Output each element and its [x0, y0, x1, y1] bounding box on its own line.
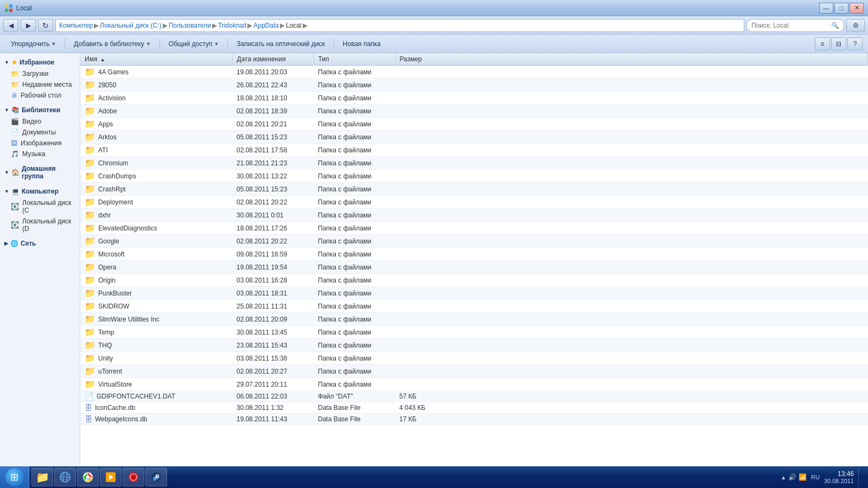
back-button[interactable]: ◀ — [3, 19, 18, 32]
address-path[interactable]: Компьютер ▶ Локальный диск (C:) ▶ Пользо… — [55, 19, 744, 32]
start-button[interactable]: ⊞ — [0, 466, 29, 488]
file-modified-cell: 09.08.2011 16:59 — [232, 248, 314, 261]
table-row[interactable]: 📁 Origin 03.08.2011 16:28 Папка с файлам… — [80, 274, 868, 287]
table-row[interactable]: 📁 Adobe 02.08.2011 18:39 Папка с файлами — [80, 105, 868, 118]
share-button[interactable]: Общий доступ ▼ — [163, 37, 225, 51]
file-size-cell: 57 КБ — [395, 391, 868, 402]
sidebar-item-desktop[interactable]: 🖥 Рабочий стол — [0, 90, 80, 101]
file-size-cell — [395, 118, 868, 131]
folder-icon: 📁 — [85, 327, 95, 337]
taskbar-opera[interactable] — [123, 468, 144, 486]
sidebar-item-drive-c[interactable]: 💽 Локальный диск (C — [0, 197, 80, 216]
table-row[interactable]: 📁 VirtualStore 29.07.2011 20:11 Папка с … — [80, 378, 868, 391]
path-appdata[interactable]: AppData — [253, 22, 279, 29]
table-row[interactable]: 📁 Apps 02.08.2011 20:21 Папка с файлами — [80, 118, 868, 131]
taskbar-ie[interactable] — [54, 468, 76, 486]
file-modified-cell: 03.08.2011 15:38 — [232, 352, 314, 365]
file-modified-cell: 02.08.2011 20:22 — [232, 235, 314, 248]
taskbar-explorer[interactable]: 📁 — [31, 468, 53, 486]
path-computer[interactable]: Компьютер — [59, 22, 93, 29]
maximize-button[interactable]: □ — [834, 3, 848, 14]
refresh-button[interactable]: ↻ — [38, 19, 53, 32]
path-user[interactable]: Tridoknait — [218, 22, 246, 29]
table-row[interactable]: 🗄 WebpageIcons.db 19.08.2011 11:43 Data … — [80, 414, 868, 425]
sidebar-item-images[interactable]: 🖼 Изображения — [0, 138, 80, 149]
close-button[interactable]: ✕ — [850, 3, 864, 14]
column-type[interactable]: Тип — [314, 53, 395, 66]
sidebar-section-network[interactable]: ▶ 🌐 Сеть — [0, 237, 80, 249]
path-drive[interactable]: Локальный диск (C:) — [100, 22, 162, 29]
file-name: GDIPFONTCACHEV1.DAT — [97, 393, 175, 400]
table-row[interactable]: 📁 CrashRpt 05.08.2011 15:23 Папка с файл… — [80, 183, 868, 196]
clock-date: 30.08.2011 — [824, 478, 854, 484]
table-row[interactable]: 📁 THQ 23.08.2011 15:43 Папка с файлами — [80, 339, 868, 352]
file-name: THQ — [98, 342, 112, 349]
table-row[interactable]: 📁 ElevatedDiagnostics 18.08.2011 17:26 П… — [80, 222, 868, 235]
column-size[interactable]: Размер — [395, 53, 868, 66]
table-row[interactable]: 📁 ATI 02.08.2011 17:58 Папка с файлами — [80, 144, 868, 157]
sidebar-item-downloads[interactable]: 📁 Загрузки — [0, 68, 80, 79]
sidebar-section-favorites[interactable]: ▼ ★ Избранное — [0, 56, 80, 68]
organize-label: Упорядочить — [11, 40, 49, 48]
path-local[interactable]: Local — [286, 22, 302, 29]
new-folder-label: Новая папка — [343, 40, 381, 48]
taskbar-media[interactable] — [100, 468, 122, 486]
table-row[interactable]: 📁 Unity 03.08.2011 15:38 Папка с файлами — [80, 352, 868, 365]
taskbar-chrome[interactable] — [77, 468, 99, 486]
add-library-button[interactable]: Добавить в библиотеку ▼ — [68, 37, 156, 51]
table-row[interactable]: 📁 Deployment 02.08.2011 20:22 Папка с фа… — [80, 196, 868, 209]
new-folder-button[interactable]: Новая папка — [337, 37, 386, 51]
file-type-cell: Файл "DAT" — [314, 391, 395, 402]
file-name: 4A Games — [98, 68, 129, 76]
burn-button[interactable]: Записать на оптический диск — [231, 37, 330, 51]
sidebar-section-computer[interactable]: ▼ 💻 Компьютер — [0, 185, 80, 197]
tray-arrow[interactable]: ▲ — [781, 474, 786, 480]
sidebar-section-libraries[interactable]: ▼ 📚 Библиотеки — [0, 104, 80, 116]
help-button[interactable]: ? — [847, 37, 863, 50]
organize-button[interactable]: Упорядочить ▼ — [5, 37, 61, 51]
file-type-cell: Папка с файлами — [314, 326, 395, 339]
table-row[interactable]: 📁 CrashDumps 30.08.2011 13:22 Папка с фа… — [80, 170, 868, 183]
file-name: WebpageIcons.db — [95, 415, 148, 423]
table-row[interactable]: 📁 PunkBuster 03.08.2011 18:31 Папка с фа… — [80, 287, 868, 300]
sidebar-item-music[interactable]: 🎵 Музыка — [0, 149, 80, 159]
table-row[interactable]: 📁 Temp 30.08.2011 13:45 Папка с файлами — [80, 326, 868, 339]
table-row[interactable]: 📁 Google 02.08.2011 20:22 Папка с файлам… — [80, 235, 868, 248]
show-desktop-button[interactable] — [858, 468, 863, 486]
table-row[interactable]: 📁 Opera 19.08.2011 19:54 Папка с файлами — [80, 261, 868, 274]
table-row[interactable]: 📁 dxhr 30.08.2011 0:01 Папка с файлами — [80, 209, 868, 222]
taskbar-clock[interactable]: 13:46 30.08.2011 — [824, 470, 854, 484]
table-row[interactable]: 📁 Microsoft 09.08.2011 16:59 Папка с фай… — [80, 248, 868, 261]
view-toggle-button[interactable]: ≡ — [815, 37, 830, 50]
search-input[interactable] — [751, 22, 827, 29]
preview-button[interactable]: ⊟ — [831, 37, 846, 50]
file-modified-cell: 06.08.2011 22:03 — [232, 391, 314, 402]
table-row[interactable]: 📁 4A Games 19.08.2011 20:03 Папка с файл… — [80, 66, 868, 79]
file-type-cell: Папка с файлами — [314, 287, 395, 300]
file-type-cell: Папка с файлами — [314, 157, 395, 170]
forward-button[interactable]: ▶ — [21, 19, 36, 32]
search-box[interactable]: 🔍 — [746, 19, 844, 32]
taskbar-steam[interactable] — [145, 468, 167, 486]
sidebar-item-recent[interactable]: 📁 Недавние места — [0, 79, 80, 90]
table-row[interactable]: 📁 28050 26.08.2011 22:43 Папка с файлами — [80, 79, 868, 92]
sidebar-item-video[interactable]: 🎬 Видео — [0, 116, 80, 127]
table-row[interactable]: 📁 SKIDROW 25.08.2011 11:31 Папка с файла… — [80, 300, 868, 313]
minimize-button[interactable]: — — [819, 3, 833, 14]
sidebar-section-homegroup[interactable]: ▼ 🏠 Домашняя группа — [0, 163, 80, 182]
path-users[interactable]: Пользователи — [169, 22, 211, 29]
table-row[interactable]: 📁 SlimWare Utilities Inc 02.08.2011 20:0… — [80, 313, 868, 326]
table-row[interactable]: 📄 GDIPFONTCACHEV1.DAT 06.08.2011 22:03 Ф… — [80, 391, 868, 402]
table-row[interactable]: 🗄 IconCache.db 30.08.2011 1:32 Data Base… — [80, 402, 868, 414]
view-options-button[interactable]: ⚙ — [846, 19, 865, 32]
file-name: Chromium — [98, 159, 128, 167]
table-row[interactable]: 📁 uTorrent 02.08.2011 20:27 Папка с файл… — [80, 365, 868, 378]
sidebar-item-drive-d[interactable]: 💽 Локальный диск (D — [0, 216, 80, 234]
column-name[interactable]: Имя ▲ — [80, 53, 232, 66]
table-row[interactable]: 📁 Activision 18.08.2011 18:10 Папка с фа… — [80, 92, 868, 105]
column-modified[interactable]: Дата изменения — [232, 53, 314, 66]
table-row[interactable]: 📁 Chromium 21.08.2011 21:23 Папка с файл… — [80, 157, 868, 170]
sidebar-item-documents[interactable]: 📄 Документы — [0, 127, 80, 138]
table-row[interactable]: 📁 Arktos 05.08.2011 15:23 Папка с файлам… — [80, 131, 868, 144]
file-name: Opera — [98, 264, 116, 271]
